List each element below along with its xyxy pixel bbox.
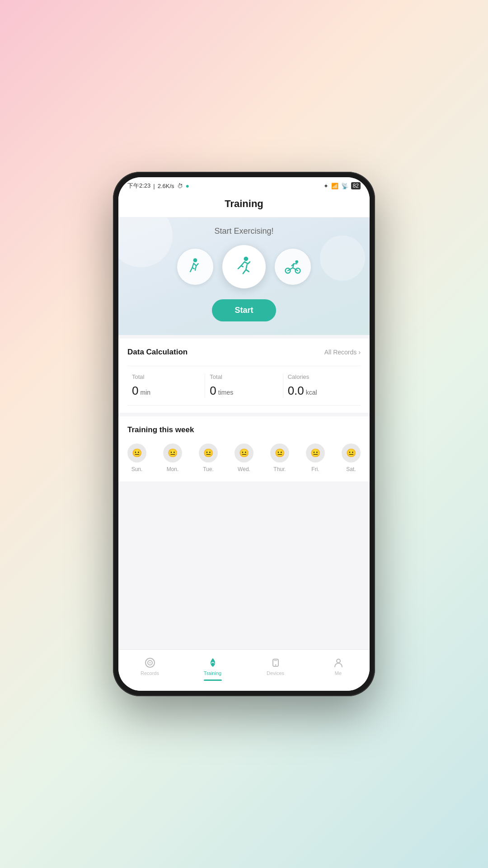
- walk-icon: [185, 257, 205, 277]
- week-days-row: 😐 Sun. 😐 Mon. 😐 Tue. 😐 Wed.: [127, 443, 361, 472]
- records-icon: [144, 657, 156, 669]
- me-icon: [333, 657, 344, 669]
- day-sun: 😐 Sun.: [127, 443, 146, 472]
- stat-total-min-label: Total: [132, 373, 200, 380]
- day-tue: 😐 Tue.: [199, 443, 218, 472]
- run-exercise-button[interactable]: [222, 245, 266, 288]
- status-right: ✦ 📶 📡 82: [324, 182, 361, 189]
- page-title: Training: [127, 198, 361, 210]
- phone-screen: 下午2:23 | 2.6K/s ⏱ ● ✦ 📶 📡 82 Training St…: [118, 177, 370, 691]
- svg-point-4: [296, 260, 299, 264]
- calories-unit: kcal: [306, 389, 317, 396]
- wifi-icon: 📡: [341, 183, 348, 189]
- day-thur-face: 😐: [270, 443, 289, 462]
- bike-exercise-button[interactable]: [275, 249, 311, 285]
- nav-devices-label: Devices: [267, 670, 284, 676]
- day-fri: 😐 Fri.: [306, 443, 325, 472]
- day-sat-face: 😐: [342, 443, 361, 462]
- stat-total-times: Total 0 times: [205, 373, 283, 398]
- nav-training-label: Training: [204, 670, 221, 676]
- day-mon: 😐 Mon.: [163, 443, 182, 472]
- stat-total-min-value: 0 min: [132, 384, 200, 398]
- stat-calories-value: 0.0 kcal: [288, 384, 356, 398]
- clock-icon: ⏱: [177, 183, 183, 189]
- svg-point-10: [337, 659, 340, 663]
- data-stats-row: Total 0 min Total 0 times: [127, 366, 361, 406]
- day-sun-face: 😐: [127, 443, 146, 462]
- day-wed: 😐 Wed.: [235, 443, 253, 472]
- battery-icon: 82: [351, 182, 361, 189]
- nav-training[interactable]: Training: [181, 654, 244, 684]
- stat-calories: Calories 0.0 kcal: [283, 373, 361, 398]
- day-sun-label: Sun.: [131, 466, 143, 472]
- week-section: Training this week 😐 Sun. 😐 Mon. 😐 Tue.: [118, 416, 370, 481]
- day-fri-face: 😐: [306, 443, 325, 462]
- exercise-section: Start Exercising!: [118, 217, 370, 335]
- all-records-link[interactable]: All Records ›: [324, 349, 361, 356]
- day-thur: 😐 Thur.: [270, 443, 289, 472]
- chevron-right-icon: ›: [358, 349, 361, 356]
- status-time: 下午2:23: [127, 182, 150, 190]
- total-min-unit: min: [140, 389, 150, 396]
- day-wed-label: Wed.: [238, 466, 250, 472]
- exercise-icons-row: [127, 245, 361, 288]
- walk-exercise-button[interactable]: [177, 249, 213, 285]
- nav-me[interactable]: Me: [307, 654, 370, 684]
- data-header: Data Calculation All Records ›: [127, 348, 361, 357]
- nav-devices[interactable]: Devices: [244, 654, 307, 684]
- bike-icon: [283, 257, 303, 277]
- status-bar: 下午2:23 | 2.6K/s ⏱ ● ✦ 📶 📡 82: [118, 177, 370, 193]
- day-sat-label: Sat.: [346, 466, 356, 472]
- stat-total-times-value: 0 times: [210, 384, 278, 398]
- bottom-navigation: Records Training Devices: [118, 649, 370, 691]
- nav-training-indicator: [204, 679, 222, 681]
- day-mon-face: 😐: [163, 443, 182, 462]
- day-thur-label: Thur.: [273, 466, 286, 472]
- day-sat: 😐 Sat.: [342, 443, 361, 472]
- status-left: 下午2:23 | 2.6K/s ⏱ ●: [127, 182, 189, 190]
- data-calculation-title: Data Calculation: [127, 348, 188, 357]
- day-mon-label: Mon.: [167, 466, 179, 472]
- start-button[interactable]: Start: [212, 299, 276, 321]
- svg-point-0: [193, 258, 197, 262]
- svg-point-1: [244, 257, 248, 261]
- phone-frame: 下午2:23 | 2.6K/s ⏱ ● ✦ 📶 📡 82 Training St…: [113, 172, 375, 696]
- total-times-unit: times: [218, 389, 233, 396]
- training-icon: [207, 657, 219, 669]
- app-header: Training: [118, 193, 370, 217]
- day-tue-face: 😐: [199, 443, 218, 462]
- calories-number: 0.0: [288, 384, 304, 398]
- data-calculation-section: Data Calculation All Records › Total 0 m…: [118, 339, 370, 413]
- status-separator: |: [153, 183, 155, 189]
- nav-records-label: Records: [141, 670, 159, 676]
- stat-calories-label: Calories: [288, 373, 356, 380]
- total-min-number: 0: [132, 384, 138, 398]
- signal-icon: 📶: [331, 183, 338, 189]
- all-records-label: All Records: [324, 349, 357, 356]
- green-dot-icon: ●: [186, 182, 189, 189]
- run-icon: [232, 255, 256, 278]
- day-fri-label: Fri.: [311, 466, 319, 472]
- main-content: Start Exercising!: [118, 217, 370, 649]
- status-network-speed: 2.6K/s: [158, 183, 174, 189]
- stat-total-times-label: Total: [210, 373, 278, 380]
- stat-total-min: Total 0 min: [127, 373, 205, 398]
- week-title: Training this week: [127, 425, 361, 434]
- bluetooth-icon: ✦: [324, 183, 328, 189]
- total-times-number: 0: [210, 384, 216, 398]
- devices-icon: [270, 657, 282, 669]
- exercise-subtitle: Start Exercising!: [127, 226, 361, 236]
- nav-me-label: Me: [335, 670, 342, 676]
- day-tue-label: Tue.: [203, 466, 214, 472]
- svg-point-7: [149, 662, 150, 664]
- svg-point-9: [275, 665, 276, 666]
- day-wed-face: 😐: [235, 443, 253, 462]
- nav-records[interactable]: Records: [118, 654, 181, 684]
